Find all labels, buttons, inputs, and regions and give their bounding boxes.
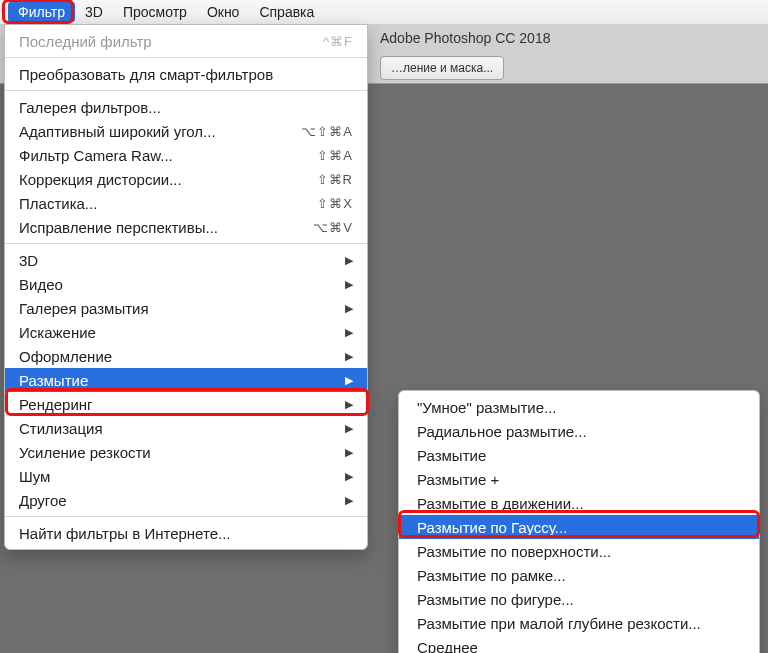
menu-item-label: Галерея размытия	[19, 300, 149, 317]
filter-menu-item[interactable]: Видео▶	[5, 272, 367, 296]
select-and-mask-button[interactable]: …ление и маска...	[380, 56, 504, 80]
filter-menu-item[interactable]: Рендеринг▶	[5, 392, 367, 416]
chevron-right-icon: ▶	[345, 350, 353, 363]
menu-item-shortcut: ⇧⌘X	[317, 196, 353, 211]
blur-submenu-item[interactable]: Размытие по Гауссу...	[399, 515, 759, 539]
menubar: Фильтр3DПросмотрОкноСправка	[0, 0, 768, 24]
menu-item-label: Исправление перспективы...	[19, 219, 218, 236]
submenu-item-label: Среднее	[417, 639, 478, 654]
submenu-item-label: Размытие в движении...	[417, 495, 584, 512]
submenu-item-label: Размытие	[417, 447, 486, 464]
app-title: Adobe Photoshop CC 2018	[380, 30, 550, 46]
menubar-item-0[interactable]: Фильтр	[8, 2, 75, 22]
menu-item-label: Видео	[19, 276, 63, 293]
menu-separator	[5, 243, 367, 244]
submenu-item-label: Размытие по Гауссу...	[417, 519, 567, 536]
filter-menu-item[interactable]: Коррекция дисторсии...⇧⌘R	[5, 167, 367, 191]
blur-submenu-item[interactable]: Размытие по фигуре...	[399, 587, 759, 611]
blur-submenu-item[interactable]: Размытие +	[399, 467, 759, 491]
blur-submenu: "Умное" размытие...Радиальное размытие..…	[398, 390, 760, 653]
menu-item-shortcut: ⇧⌘R	[317, 172, 353, 187]
menu-item-label: Коррекция дисторсии...	[19, 171, 182, 188]
filter-menu-item[interactable]: Усиление резкости▶	[5, 440, 367, 464]
blur-submenu-item[interactable]: Размытие по поверхности...	[399, 539, 759, 563]
chevron-right-icon: ▶	[345, 422, 353, 435]
submenu-item-label: Размытие по поверхности...	[417, 543, 611, 560]
menu-item-label: Рендеринг	[19, 396, 93, 413]
filter-menu-item[interactable]: Галерея размытия▶	[5, 296, 367, 320]
filter-menu-item[interactable]: Галерея фильтров...	[5, 95, 367, 119]
menu-item-label: Найти фильтры в Интернете...	[19, 525, 231, 542]
menu-item-shortcut: ⌥⇧⌘A	[301, 124, 353, 139]
filter-menu-item[interactable]: Пластика...⇧⌘X	[5, 191, 367, 215]
chevron-right-icon: ▶	[345, 302, 353, 315]
submenu-item-label: Размытие +	[417, 471, 499, 488]
blur-submenu-item[interactable]: "Умное" размытие...	[399, 395, 759, 419]
blur-submenu-item[interactable]: Размытие при малой глубине резкости...	[399, 611, 759, 635]
blur-submenu-item[interactable]: Размытие по рамке...	[399, 563, 759, 587]
filter-menu-item[interactable]: Адаптивный широкий угол...⌥⇧⌘A	[5, 119, 367, 143]
blur-submenu-item[interactable]: Размытие в движении...	[399, 491, 759, 515]
menu-item-shortcut: ^⌘F	[323, 34, 353, 49]
chevron-right-icon: ▶	[345, 446, 353, 459]
filter-menu-item[interactable]: Оформление▶	[5, 344, 367, 368]
menu-item-label: Стилизация	[19, 420, 103, 437]
chevron-right-icon: ▶	[345, 398, 353, 411]
submenu-item-label: Размытие при малой глубине резкости...	[417, 615, 701, 632]
menu-item-label: Размытие	[19, 372, 88, 389]
menu-item-label: Пластика...	[19, 195, 97, 212]
menu-item-label: Галерея фильтров...	[19, 99, 161, 116]
chevron-right-icon: ▶	[345, 494, 353, 507]
filter-menu-item[interactable]: Преобразовать для смарт-фильтров	[5, 62, 367, 86]
blur-submenu-item[interactable]: Размытие	[399, 443, 759, 467]
submenu-item-label: "Умное" размытие...	[417, 399, 557, 416]
menu-separator	[5, 90, 367, 91]
menu-item-label: 3D	[19, 252, 38, 269]
menu-item-label: Усиление резкости	[19, 444, 151, 461]
menu-item-label: Фильтр Camera Raw...	[19, 147, 173, 164]
menu-item-label: Оформление	[19, 348, 112, 365]
menu-item-shortcut: ⇧⌘A	[317, 148, 353, 163]
menubar-item-4[interactable]: Справка	[249, 2, 324, 22]
filter-dropdown: Последний фильтр^⌘FПреобразовать для сма…	[4, 24, 368, 550]
filter-menu-item[interactable]: Шум▶	[5, 464, 367, 488]
menubar-item-2[interactable]: Просмотр	[113, 2, 197, 22]
filter-menu-item[interactable]: Искажение▶	[5, 320, 367, 344]
chevron-right-icon: ▶	[345, 374, 353, 387]
filter-menu-item[interactable]: Фильтр Camera Raw...⇧⌘A	[5, 143, 367, 167]
menubar-item-3[interactable]: Окно	[197, 2, 250, 22]
menu-item-label: Другое	[19, 492, 67, 509]
filter-menu-item[interactable]: Найти фильтры в Интернете...	[5, 521, 367, 545]
chevron-right-icon: ▶	[345, 326, 353, 339]
menu-item-shortcut: ⌥⌘V	[313, 220, 353, 235]
filter-menu-item: Последний фильтр^⌘F	[5, 29, 367, 53]
filter-menu-item[interactable]: 3D▶	[5, 248, 367, 272]
blur-submenu-item[interactable]: Радиальное размытие...	[399, 419, 759, 443]
filter-menu-item[interactable]: Другое▶	[5, 488, 367, 512]
menu-item-label: Шум	[19, 468, 50, 485]
chevron-right-icon: ▶	[345, 254, 353, 267]
menu-item-label: Последний фильтр	[19, 33, 152, 50]
menu-separator	[5, 516, 367, 517]
submenu-item-label: Размытие по рамке...	[417, 567, 566, 584]
filter-menu-item[interactable]: Размытие▶	[5, 368, 367, 392]
submenu-item-label: Радиальное размытие...	[417, 423, 587, 440]
filter-menu-item[interactable]: Стилизация▶	[5, 416, 367, 440]
chevron-right-icon: ▶	[345, 470, 353, 483]
menu-item-label: Искажение	[19, 324, 96, 341]
blur-submenu-item[interactable]: Среднее	[399, 635, 759, 653]
menu-separator	[5, 57, 367, 58]
menu-item-label: Адаптивный широкий угол...	[19, 123, 216, 140]
filter-menu-item[interactable]: Исправление перспективы...⌥⌘V	[5, 215, 367, 239]
submenu-item-label: Размытие по фигуре...	[417, 591, 574, 608]
menu-item-label: Преобразовать для смарт-фильтров	[19, 66, 273, 83]
menubar-item-1[interactable]: 3D	[75, 2, 113, 22]
chevron-right-icon: ▶	[345, 278, 353, 291]
